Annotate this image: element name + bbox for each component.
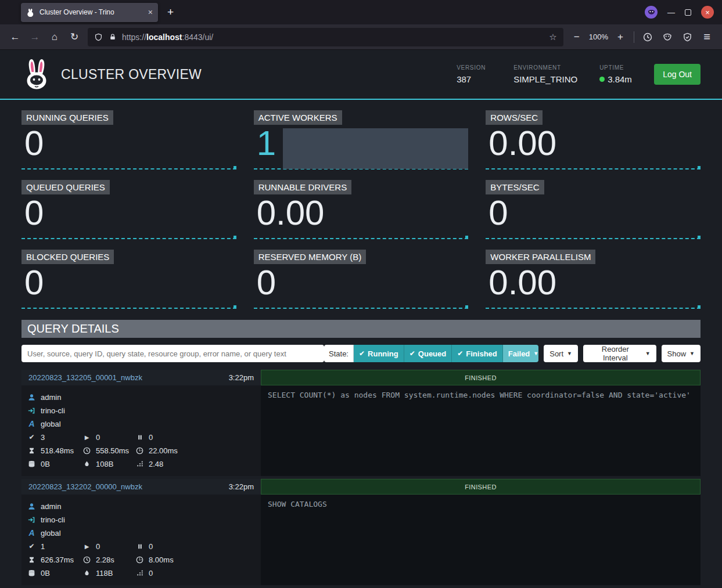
filter-finished-button[interactable]: ✔Finished xyxy=(452,345,503,362)
query-id-link[interactable]: 20220823_132205_00001_nwbzk xyxy=(28,373,142,382)
tab-title: Cluster Overview - Trino xyxy=(39,8,143,16)
stat-worker-parallelism: WORKER PARALLELISM 0.00 xyxy=(486,250,701,312)
tab-close-icon[interactable]: × xyxy=(148,8,153,17)
check-icon: ✔ xyxy=(457,349,463,358)
elapsed-time-icon xyxy=(82,447,91,454)
new-tab-button[interactable]: + xyxy=(167,6,174,19)
logout-button[interactable]: Log Out xyxy=(654,64,701,85)
query-details-toolbar: State: ✔Running ✔Queued ✔Finished Failed… xyxy=(21,345,701,362)
cpu-time-icon xyxy=(135,447,144,454)
reload-button[interactable]: ↻ xyxy=(65,28,84,46)
zoom-level[interactable]: 100% xyxy=(589,33,608,41)
running-splits: 0 xyxy=(96,433,100,442)
browser-tab[interactable]: Cluster Overview - Trino × xyxy=(21,3,158,22)
close-window-button[interactable]: × xyxy=(701,6,714,19)
uptime-value: 3.84m xyxy=(608,74,632,84)
query-search-input[interactable] xyxy=(21,345,324,362)
url-text: https://localhost:8443/ui/ xyxy=(122,33,213,42)
running-splits: 0 xyxy=(96,542,100,551)
cumulative-memory: 108B xyxy=(96,460,113,468)
stat-rows-sec: ROWS/SEC 0.00 xyxy=(486,110,701,172)
cpu-time-icon xyxy=(135,556,144,564)
parallelism: 2.48 xyxy=(149,460,163,468)
running-splits-icon: ▶ xyxy=(82,543,91,550)
elapsed-time: 558.50ms xyxy=(96,446,129,455)
query-time: 3:22pm xyxy=(229,373,254,382)
query-resource-group: global xyxy=(41,529,61,538)
query-id-link[interactable]: 20220823_132202_00000_nwbzk xyxy=(28,482,142,491)
completed-splits-icon: ✔ xyxy=(27,542,36,550)
completed-splits: 1 xyxy=(41,542,45,551)
reorder-interval-dropdown[interactable]: Reorder Interval▼ xyxy=(583,345,656,362)
permissions-shield-icon[interactable] xyxy=(94,33,103,41)
trino-header: CLUSTER OVERVIEW VERSION 387 ENVIRONMENT… xyxy=(0,50,722,100)
bookmark-star-icon[interactable]: ☆ xyxy=(549,32,556,42)
zoom-out-button[interactable]: − xyxy=(567,28,586,46)
query-card: 20220823_132202_00000_nwbzk 3:22pm FINIS… xyxy=(21,479,701,585)
state-filter-label: State: xyxy=(324,345,354,362)
completed-splits-icon: ✔ xyxy=(27,433,36,441)
queued-time: 518.48ms xyxy=(41,446,74,455)
close-window-icon: × xyxy=(705,8,710,17)
query-resource-group: global xyxy=(41,420,61,428)
back-button[interactable]: ← xyxy=(6,28,24,46)
home-button[interactable]: ⌂ xyxy=(45,28,64,46)
check-icon: ✔ xyxy=(359,349,365,358)
sparkline-baseline xyxy=(21,308,236,309)
url-path: :8443/ui/ xyxy=(182,33,214,42)
browser-navbar: ← → ⌂ ↻ https://localhost:8443/ui/ ☆ − 1… xyxy=(0,24,722,50)
parallelism: 0 xyxy=(149,569,153,578)
zoom-in-button[interactable]: + xyxy=(611,28,630,46)
parallelism-icon xyxy=(135,460,144,467)
check-icon: ✔ xyxy=(410,349,415,358)
resource-group-icon: A xyxy=(27,528,36,538)
history-clock-icon[interactable] xyxy=(638,28,657,46)
restore-button[interactable] xyxy=(685,9,691,16)
url-host: localhost xyxy=(146,33,182,42)
resource-group-icon: A xyxy=(27,419,36,428)
state-filter-group: State: ✔Running ✔Queued ✔Finished Failed… xyxy=(324,345,538,362)
queued-splits: 0 xyxy=(149,542,153,551)
cluster-stats-grid: RUNNING QUERIES 0 ACTIVE WORKERS 1 ROWS/… xyxy=(0,100,722,318)
url-bar[interactable]: https://localhost:8443/ui/ ☆ xyxy=(88,28,563,46)
uptime-label: UPTIME xyxy=(599,64,634,71)
browser-titlebar: Cluster Overview - Trino × + — × xyxy=(0,0,722,24)
filter-queued-button[interactable]: ✔Queued xyxy=(404,345,452,362)
query-details-title: QUERY DETAILS xyxy=(21,320,701,338)
filter-failed-dropdown[interactable]: Failed▼ xyxy=(503,345,538,362)
query-user: admin xyxy=(41,502,61,511)
elapsed-time: 2.28s xyxy=(96,555,114,564)
menu-button[interactable]: ≡ xyxy=(698,28,716,46)
https-lock-icon[interactable] xyxy=(108,33,117,41)
sort-dropdown[interactable]: Sort▼ xyxy=(544,345,578,362)
query-sql-text: SHOW CATALOGS xyxy=(261,495,701,585)
filter-running-button[interactable]: ✔Running xyxy=(354,345,404,362)
queued-splits-icon xyxy=(135,543,144,550)
sparkline-baseline xyxy=(254,238,469,239)
trino-logo xyxy=(21,58,52,91)
current-memory: 0B xyxy=(41,460,50,468)
page-title: CLUSTER OVERVIEW xyxy=(61,67,202,82)
stat-reserved-memory: RESERVED MEMORY (B) 0 xyxy=(254,250,469,312)
queued-time: 626.37ms xyxy=(41,555,74,564)
query-info-panel: admin trino-cli Aglobal ✔3 ▶0 0 518.48ms… xyxy=(21,385,261,476)
current-memory-icon xyxy=(27,460,36,468)
source-icon xyxy=(27,407,36,414)
parallelism-icon xyxy=(135,569,144,576)
show-dropdown[interactable]: Show▼ xyxy=(662,345,701,362)
forward-button[interactable]: → xyxy=(26,28,44,46)
cumulative-memory-icon xyxy=(82,460,91,468)
extension-badge-icon[interactable] xyxy=(645,6,658,19)
protections-shield-icon[interactable] xyxy=(678,28,696,46)
query-source: trino-cli xyxy=(41,406,65,415)
query-time: 3:22pm xyxy=(229,482,254,491)
sparkline-baseline xyxy=(21,238,236,239)
query-card: 20220823_132205_00001_nwbzk 3:22pm FINIS… xyxy=(21,370,701,476)
stat-bytes-sec: BYTES/SEC 0 xyxy=(486,180,701,242)
extension-icon[interactable] xyxy=(658,28,677,46)
queued-time-icon xyxy=(27,556,36,564)
minimize-button[interactable]: — xyxy=(667,8,675,17)
source-icon xyxy=(27,516,36,524)
chevron-down-icon: ▼ xyxy=(645,351,651,356)
toolbar-separator xyxy=(634,31,634,43)
